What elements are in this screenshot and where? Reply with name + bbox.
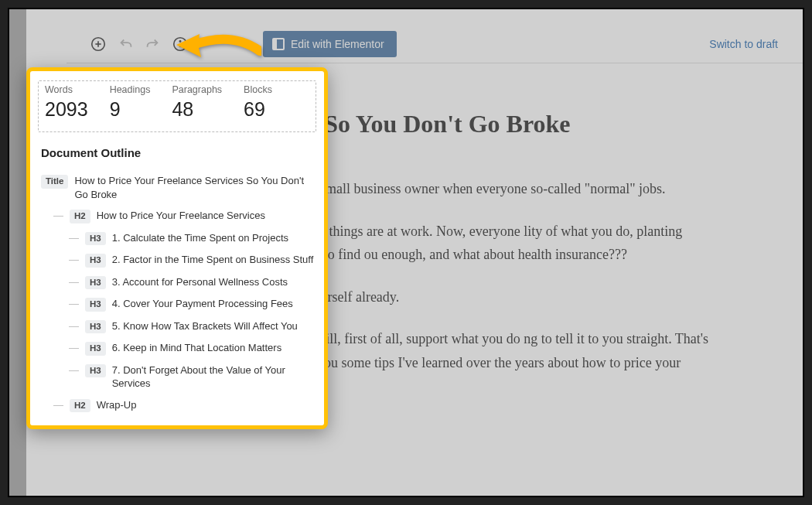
outline-dash: — [69, 231, 79, 245]
outline-text: 3. Account for Personal Wellness Costs [112, 275, 316, 289]
outline-item[interactable]: —H36. Keep in Mind That Location Matters [38, 337, 316, 360]
outline-dash: — [53, 398, 63, 412]
outline-text: Wrap-Up [97, 398, 316, 412]
outline-item[interactable]: —H33. Account for Personal Wellness Cost… [38, 271, 316, 294]
outline-dash: — [69, 253, 79, 267]
outline-text: 4. Cover Your Payment Processing Fees [112, 297, 316, 311]
elementor-icon [272, 38, 285, 50]
stat-headings: Headings 9 [110, 84, 151, 121]
stat-value: 9 [110, 98, 151, 121]
outline-item[interactable]: —H35. Know How Tax Brackets Will Affect … [38, 316, 316, 338]
redo-button[interactable] [139, 31, 165, 57]
outline-panel-title: Document Outline [41, 146, 313, 159]
switch-to-draft-link[interactable]: Switch to draft [703, 33, 784, 55]
stat-label: Paragraphs [172, 84, 222, 95]
outline-item[interactable]: —H34. Cover Your Payment Processing Fees [38, 293, 316, 316]
details-button[interactable] [167, 31, 193, 57]
outline-dash: — [69, 319, 79, 333]
stat-label: Headings [110, 84, 151, 95]
outline-text: 1. Calculate the Time Spent on Projects [112, 231, 316, 245]
outline-tag: H2 [70, 399, 90, 413]
stat-value: 2093 [45, 98, 88, 121]
editor-toolbar: Edit with Elementor Switch to draft [67, 25, 803, 63]
outline-tag: H3 [85, 320, 106, 334]
outline-dash: — [53, 209, 63, 223]
stat-value: 48 [172, 98, 222, 121]
outline-dash: — [69, 341, 79, 355]
add-block-button[interactable] [85, 31, 111, 57]
outline-dash: — [69, 275, 79, 289]
outline-text: 6. Keep in Mind That Location Matters [112, 341, 316, 355]
outline-text: 7. Don't Forget About the Value of Your … [112, 363, 316, 391]
outline-tag: H3 [85, 298, 106, 312]
document-stats: Words 2093 Headings 9 Paragraphs 48 Bloc… [38, 80, 316, 132]
undo-button[interactable] [113, 31, 139, 57]
stat-blocks: Blocks 69 [244, 84, 272, 121]
outline-item[interactable]: —H32. Factor in the Time Spent on Busine… [38, 249, 316, 271]
outline-item[interactable]: —H37. Don't Forget About the Value of Yo… [38, 360, 316, 394]
stat-paragraphs: Paragraphs 48 [172, 84, 222, 121]
svg-point-5 [179, 40, 180, 41]
outline-dash: — [69, 363, 79, 377]
outline-tag: H3 [85, 276, 106, 290]
outline-tag: H3 [85, 364, 106, 378]
outline-tag: H3 [85, 342, 106, 356]
stat-words: Words 2093 [45, 84, 88, 121]
outline-item[interactable]: TitleHow to Price Your Freelance Service… [38, 170, 316, 205]
stat-label: Words [45, 84, 88, 95]
outline-text: How to Price Your Freelance Services [97, 209, 316, 223]
outline-tag: H2 [70, 210, 90, 223]
outline-text: 2. Factor in the Time Spent on Business … [112, 253, 316, 267]
outline-item[interactable]: —H2How to Price Your Freelance Services [38, 205, 316, 227]
outline-list: TitleHow to Price Your Freelance Service… [38, 170, 316, 416]
outline-text: How to Price Your Freelance Services So … [74, 174, 316, 201]
outline-item[interactable]: —H31. Calculate the Time Spent on Projec… [38, 227, 316, 250]
outline-text: 5. Know How Tax Brackets Will Affect You [112, 319, 316, 333]
outline-dash: — [69, 297, 79, 311]
document-outline-popover: Words 2093 Headings 9 Paragraphs 48 Bloc… [26, 67, 328, 429]
outline-tag: H3 [85, 254, 106, 268]
stat-value: 69 [244, 98, 272, 121]
elementor-label: Edit with Elementor [291, 38, 384, 50]
edit-with-elementor-button[interactable]: Edit with Elementor [263, 31, 397, 57]
outline-tag: Title [41, 175, 68, 189]
stat-label: Blocks [244, 84, 272, 95]
outline-tag: H3 [85, 232, 106, 246]
outline-item[interactable]: —H2Wrap-Up [38, 394, 316, 417]
